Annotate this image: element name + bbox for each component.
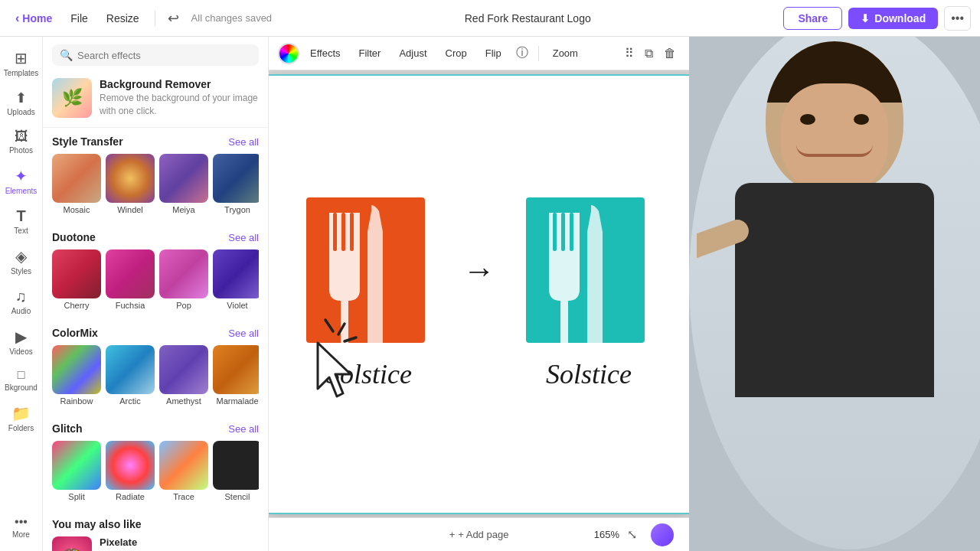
background-remover-card[interactable]: 🌿 Background Remover Remove the backgrou… [43,72,268,128]
right-eye [854,114,869,125]
user-avatar[interactable] [651,523,674,546]
uploads-label: Uploads [7,108,35,116]
effects-button[interactable]: Effects [302,44,348,63]
styles-label: Styles [11,267,31,276]
photos-label: Photos [9,146,33,155]
chevron-left-icon: ‹ [15,11,19,25]
sidebar-item-styles[interactable]: ◈ Styles [3,241,40,282]
resize-button[interactable]: Resize [100,9,145,28]
videos-icon: ▶ [15,328,27,346]
sidebar-item-folders[interactable]: 📁 Folders [3,398,40,439]
sidebar-item-background[interactable]: □ Bkground [3,362,40,398]
styles-icon: ◈ [15,247,27,266]
flip-button[interactable]: Flip [478,44,509,63]
search-input[interactable] [77,50,251,61]
crop-button[interactable]: Crop [438,44,475,63]
info-icon[interactable]: ⓘ [512,41,532,65]
pop-thumb [159,249,208,298]
add-page-button[interactable]: + + Add page [449,529,509,540]
cm-amethyst[interactable]: Amethyst [159,345,208,406]
canvas-content: Solstice → [269,76,689,513]
audio-icon: ♫ [15,288,27,305]
sidebar-item-elements[interactable]: ✦ Elements [3,161,40,201]
cherry-label: Cherry [64,301,89,310]
style-transfer-header: Style Transfer See all [52,135,259,148]
search-icon: 🔍 [60,49,73,61]
zoom-value: 165% [594,529,619,540]
file-menu[interactable]: File [64,9,94,28]
gl-split[interactable]: Split [52,441,101,501]
grid-icon[interactable]: ⠿ [621,42,638,64]
pixelate-item[interactable]: 🍩 Pixelate Give your image a pixelated l… [52,536,259,551]
glitch-grid: Split Radiate Trace Stencil › [52,441,259,501]
gl-trace[interactable]: Trace [159,441,208,501]
elements-icon: ✦ [15,167,28,185]
design-canvas[interactable]: Solstice → [269,74,689,514]
home-button[interactable]: ‹ Home [9,8,58,28]
sidebar-item-more[interactable]: ••• More [3,509,40,545]
left-eye [800,114,815,125]
icon-sidebar: ⊞ Templates ⬆ Uploads 🖼 Photos ✦ Element… [0,37,43,551]
canvas-area: Effects Filter Adjust Crop Flip ⓘ Zoom ⠿… [269,37,689,551]
sidebar-item-audio[interactable]: ♫ Audio [3,282,40,321]
person-head [766,41,903,194]
trace-label: Trace [173,492,194,501]
glitch-see-all[interactable]: See all [228,423,259,435]
style-windel[interactable]: Windel [106,154,155,214]
duotone-section: Duotone See all Cherry Fuchsia Pop [43,223,268,310]
filter-button[interactable]: Filter [351,44,389,63]
rainbow-thumb [52,345,101,394]
duotone-pop[interactable]: Pop [159,249,208,310]
style-trygon[interactable]: Trygon [213,154,259,214]
duotone-cherry[interactable]: Cherry [52,249,101,310]
zoom-button[interactable]: Zoom [545,44,586,63]
duotone-fuchsia[interactable]: Fuchsia [106,249,155,310]
share-button[interactable]: Share [783,7,842,30]
svg-rect-7 [570,213,573,251]
sidebar-item-photos[interactable]: 🖼 Photos [3,122,40,161]
copy-icon[interactable]: ⧉ [641,43,657,64]
person-area [689,37,980,551]
mosaic-label: Mosaic [64,205,90,214]
cm-marmalade[interactable]: Marmalade [213,345,259,406]
audio-label: Audio [11,307,31,315]
sidebar-item-uploads[interactable]: ⬆ Uploads [3,83,40,122]
color-wheel[interactable] [278,43,299,64]
folders-icon: 📁 [11,404,31,422]
sidebar-item-templates[interactable]: ⊞ Templates [3,43,40,83]
duotone-grid: Cherry Fuchsia Pop Violet › [52,249,259,310]
duotone-see-all[interactable]: See all [228,232,259,243]
meiya-label: Meiya [172,205,194,214]
sidebar-item-videos[interactable]: ▶ Videos [3,321,40,362]
trace-thumb [159,441,208,490]
orange-logo-svg [306,197,433,366]
violet-thumb [213,249,259,298]
split-label: Split [68,492,84,501]
zoom-expand-button[interactable]: ⤡ [626,526,639,543]
toolbar-separator [538,46,539,61]
download-button[interactable]: ⬇ Download [848,8,938,29]
gl-radiate[interactable]: Radiate [106,441,155,501]
more-options-button[interactable]: ••• [944,6,971,31]
cm-rainbow[interactable]: Rainbow [52,345,101,406]
sidebar-item-text[interactable]: T Text [3,201,40,241]
fuchsia-thumb [106,249,155,298]
colormix-see-all[interactable]: See all [228,328,259,339]
adjust-button[interactable]: Adjust [391,44,434,63]
style-meiya[interactable]: Meiya [159,154,208,214]
gl-stencil[interactable]: Stencil [213,441,259,501]
undo-button[interactable]: ↩ [165,7,182,30]
trash-icon[interactable]: 🗑 [660,43,680,64]
logo-before: Solstice [306,197,433,390]
style-transfer-see-all[interactable]: See all [228,136,259,148]
style-mosaic[interactable]: Mosaic [52,154,101,214]
canvas-container: ⛶ ⧉ ⤡ ↻ [269,74,689,514]
search-box[interactable]: 🔍 [52,44,259,66]
pixelate-info: Pixelate Give your image a pixelated loo… [100,536,235,551]
folders-label: Folders [8,424,34,432]
background-label: Bkground [5,383,38,392]
cm-arctic[interactable]: Arctic [106,345,155,406]
duotone-violet[interactable]: Violet [213,249,259,310]
more-icon: ••• [15,515,28,529]
fuchsia-label: Fuchsia [116,301,145,310]
